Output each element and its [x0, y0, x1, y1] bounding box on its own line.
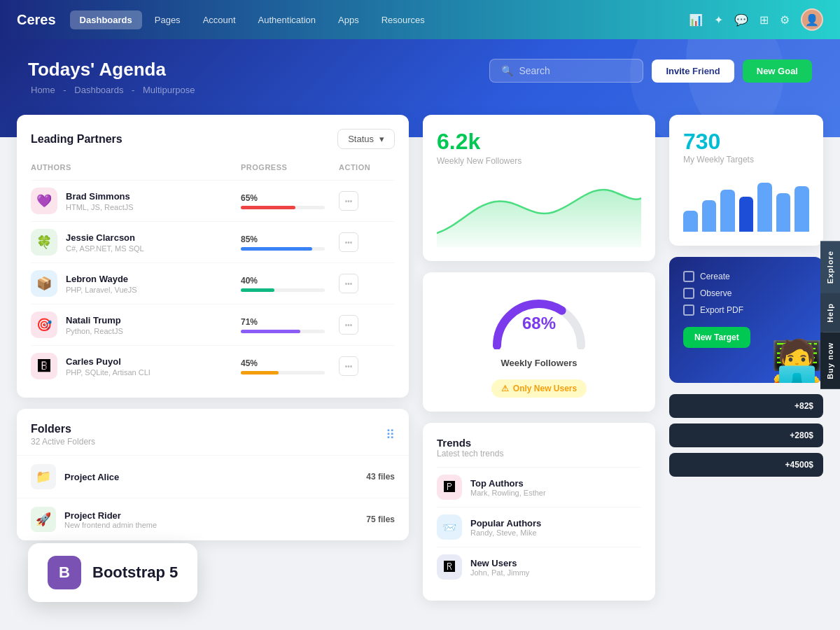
progress-bar: [241, 206, 295, 209]
bootstrap-label: Bootstrap 5: [92, 564, 178, 582]
invite-friend-button[interactable]: Invite Friend: [652, 59, 734, 83]
author-name: Carles Puyol: [66, 356, 150, 367]
author-name: Jessie Clarcson: [66, 232, 144, 243]
folder-name: Project Alice: [64, 472, 119, 482]
progress-wrap: 65%: [241, 193, 339, 209]
search-icon: 🔍: [501, 65, 513, 76]
table-row: 📦 Lebron Wayde PHP, Laravel, VueJS 40% •…: [31, 262, 395, 304]
bar-chart-icon[interactable]: 📊: [689, 13, 703, 27]
progress-label: 85%: [241, 234, 339, 244]
nav-resources[interactable]: Resources: [372, 10, 435, 29]
progress-bar: [241, 247, 312, 251]
middle-panel: 6.2k Weekly New Followers: [423, 115, 655, 601]
promo-card: CereateObserveExport PDF New Target 🧑‍💻: [669, 257, 823, 383]
promo-illustration: 🧑‍💻: [771, 341, 823, 383]
trends-title: Trends: [437, 437, 641, 449]
grid-icon[interactable]: ⊞: [760, 13, 769, 27]
action-button[interactable]: •••: [339, 356, 358, 376]
promo-menu-icon: [683, 271, 694, 282]
followers-number: 6.2k: [437, 129, 641, 155]
progress-bar-bg: [241, 371, 325, 374]
progress-bar-bg: [241, 247, 325, 251]
author-info: 💜 Brad Simmons HTML, JS, ReactJS: [31, 188, 241, 214]
nav-pages[interactable]: Pages: [145, 10, 190, 29]
nav-account[interactable]: Account: [193, 10, 246, 29]
author-info: 🍀 Jessie Clarcson C#, ASP.NET, MS SQL: [31, 229, 241, 255]
gauge-card: 68% Weekly Followers ⚠ Only New Users: [423, 272, 655, 412]
sparkle-icon[interactable]: ✦: [714, 13, 723, 27]
progress-bar: [241, 330, 300, 333]
trends-card: Trends Latest tech trends 🅿 Top Authors …: [423, 423, 655, 601]
promo-menu-item: Cereate: [683, 271, 809, 282]
trend-list: 🅿 Top Authors Mark, Rowling, Esther 📨 Po…: [437, 467, 641, 587]
progress-bar: [241, 288, 274, 292]
search-box[interactable]: 🔍: [489, 59, 643, 83]
action-button[interactable]: •••: [339, 232, 358, 252]
bar: [757, 183, 772, 232]
navbar-right: 📊 ✦ 💬 ⊞ ⚙ 👤: [689, 8, 823, 31]
progress-bar-bg: [241, 288, 325, 292]
col-progress: PROGRESS: [241, 163, 339, 172]
search-input[interactable]: [519, 65, 631, 76]
status-dropdown[interactable]: Status ▾: [337, 129, 395, 149]
author-info: 🅱 Carles Puyol PHP, SQLite, Artisan CLI: [31, 353, 241, 379]
only-new-badge: ⚠ Only New Users: [491, 379, 587, 398]
help-tab[interactable]: Help: [820, 293, 840, 332]
trend-desc: John, Pat, Jimmy: [470, 568, 529, 577]
folders-title: Folders: [31, 423, 71, 435]
author-skills: HTML, JS, ReactJS: [66, 203, 134, 211]
table-row: 🅱 Carles Puyol PHP, SQLite, Artisan CLI …: [31, 345, 395, 386]
progress-wrap: 71%: [241, 317, 339, 333]
progress-bar-bg: [241, 206, 325, 209]
gauge-percent: 68%: [522, 314, 556, 333]
trend-icon: 🅿: [437, 475, 462, 500]
settings-icon[interactable]: ⚙: [780, 13, 790, 27]
author-skills: Python, ReactJS: [66, 327, 123, 335]
trend-item: 🅿 Top Authors Mark, Rowling, Esther: [437, 467, 641, 507]
col-action: ACTION: [339, 163, 395, 172]
table-row: 🍀 Jessie Clarcson C#, ASP.NET, MS SQL 85…: [31, 221, 395, 262]
progress-wrap: 85%: [241, 234, 339, 251]
new-target-button[interactable]: New Target: [683, 327, 750, 348]
navbar: Ceres Dashboards Pages Account Authentic…: [0, 0, 840, 39]
author-avatar: 📦: [31, 270, 57, 297]
progress-label: 71%: [241, 317, 339, 327]
action-button[interactable]: •••: [339, 315, 358, 335]
user-avatar[interactable]: 👤: [801, 8, 823, 31]
nav-apps[interactable]: Apps: [328, 10, 369, 29]
table-row: 💜 Brad Simmons HTML, JS, ReactJS 65% •••: [31, 180, 395, 221]
message-icon[interactable]: 💬: [734, 13, 748, 27]
folder-row: 📁 Project Alice 43 files: [17, 455, 409, 498]
author-name: Lebron Wayde: [66, 274, 137, 284]
buy-now-tab[interactable]: Buy now: [820, 332, 840, 389]
author-skills: C#, ASP.NET, MS SQL: [66, 244, 144, 253]
folders-subtitle: 32 Active Folders: [31, 437, 95, 447]
explore-tab[interactable]: Explore: [820, 241, 840, 293]
right-stat-value: +280$: [790, 430, 813, 440]
folders-more-icon[interactable]: ⠿: [386, 427, 395, 442]
author-avatar: 🍀: [31, 229, 57, 255]
right-stat-value: +4500$: [785, 460, 813, 470]
nav-authentication[interactable]: Authentication: [248, 10, 326, 29]
brand-logo: Ceres: [17, 12, 56, 28]
new-goal-button[interactable]: New Goal: [743, 59, 812, 83]
author-info: 🎯 Natali Trump Python, ReactJS: [31, 312, 241, 338]
trend-name: Popular Authors: [470, 518, 541, 528]
hero-actions: 🔍 Invite Friend New Goal: [489, 59, 812, 83]
action-button[interactable]: •••: [339, 274, 358, 293]
author-skills: PHP, Laravel, VueJS: [66, 286, 137, 294]
trend-desc: Randy, Steve, Mike: [470, 528, 541, 537]
action-button[interactable]: •••: [339, 191, 358, 211]
trend-item: 🆁 New Users John, Pat, Jimmy: [437, 547, 641, 587]
targets-number: 730: [683, 129, 809, 155]
folder-list: 📁 Project Alice 43 files 🚀 Project Rider…: [17, 455, 409, 540]
nav-dashboards[interactable]: Dashboards: [70, 10, 142, 29]
weekly-targets-chart: [683, 176, 809, 232]
author-name: Brad Simmons: [66, 191, 134, 202]
right-stat-item: +280$: [669, 424, 823, 447]
followers-chart: [437, 177, 641, 247]
progress-bar-bg: [241, 330, 325, 333]
bootstrap-badge: B Bootstrap 5: [28, 543, 197, 602]
progress-label: 40%: [241, 276, 339, 286]
bar: [683, 211, 698, 232]
